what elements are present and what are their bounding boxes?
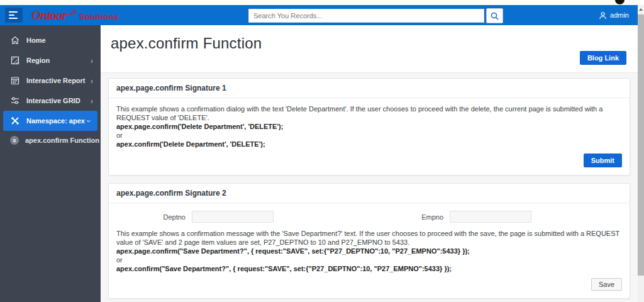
shuttlecock-icon <box>68 7 77 18</box>
chevron-right-icon: › <box>91 56 93 65</box>
signature2-panel: apex.page.confirm Signature 2 Deptno Emp… <box>108 183 630 299</box>
page-title: apex.confirm Function <box>111 35 262 52</box>
browser-top-strip <box>0 0 644 5</box>
empno-label: Empno <box>369 213 443 221</box>
submit-button[interactable]: Submit <box>584 154 622 167</box>
deptno-label: Deptno <box>116 213 186 221</box>
app-header: Ontoor Solutions admin <box>0 5 638 25</box>
sidebar-item-apex-confirm-function[interactable]: 0 apex.confirm Function <box>0 131 101 150</box>
signature2-description: This example shows a confirmation messag… <box>116 229 622 247</box>
sidebar-item-label: Home <box>26 36 101 44</box>
chevron-down-icon: › <box>84 120 93 122</box>
home-icon <box>10 35 20 45</box>
report-icon <box>10 76 20 86</box>
main-region: apex.confirm Function Blog Link apex.pag… <box>101 25 638 302</box>
signature1-code-1: apex.page.confirm('Delete Department', '… <box>116 122 622 131</box>
sidebar-item-interactive-report[interactable]: Interactive Report › <box>0 70 101 91</box>
blog-link-button[interactable]: Blog Link <box>580 51 626 65</box>
signature2-panel-title: apex.page.confirm Signature 2 <box>109 184 630 203</box>
sliders-icon <box>10 96 20 106</box>
logo-primary-text: Ontoor <box>31 8 67 23</box>
deptno-field-group: Deptno <box>116 211 369 223</box>
deptno-input[interactable] <box>192 211 274 223</box>
search-input[interactable] <box>248 9 484 23</box>
vertical-scrollbar[interactable] <box>638 5 644 302</box>
logo-secondary-text: Solutions <box>79 12 119 21</box>
tools-icon <box>10 116 20 126</box>
user-icon <box>599 11 607 20</box>
app-logo: Ontoor Solutions <box>31 8 119 23</box>
sidebar-item-label: Interactive GRID <box>26 97 101 104</box>
signature2-code-1: apex.page.confirm("Save Department?", { … <box>116 247 622 255</box>
chevron-right-icon: › <box>91 76 93 86</box>
sidebar-item-namespace-apex[interactable]: Namespace: apex › <box>3 111 97 131</box>
empno-field-group: Empno <box>369 211 622 223</box>
page-title-bar: apex.confirm Function Blog Link <box>101 25 638 73</box>
sidebar-item-label: Interactive Report <box>26 77 101 84</box>
nav-toggle-button[interactable] <box>5 8 23 23</box>
app-window: Ontoor Solutions admin Home Region › <box>0 0 644 302</box>
sidebar-item-home[interactable]: Home <box>0 30 101 50</box>
chevron-right-icon: › <box>91 96 93 106</box>
signature2-or-label: or <box>116 255 622 264</box>
sidebar-item-region[interactable]: Region › <box>0 50 101 70</box>
global-search <box>248 8 503 23</box>
region-icon <box>10 55 20 65</box>
bullet-badge-icon: 0 <box>10 136 19 145</box>
hamburger-icon <box>9 11 18 13</box>
page-content: apex.page.confirm Signature 1 This examp… <box>101 73 638 299</box>
signature1-code-2: apex.confirm('Delete Department', 'DELET… <box>116 140 622 148</box>
search-button[interactable] <box>486 8 503 23</box>
signature1-description: This example shows a confirmation dialog… <box>116 104 622 122</box>
save-button[interactable]: Save <box>591 278 622 291</box>
signature2-code-2: apex.confirm("Save Department?", { reque… <box>116 264 622 273</box>
signature1-panel-title: apex.page.confirm Signature 1 <box>109 79 630 98</box>
signature1-or-label: or <box>116 131 622 140</box>
user-label: admin <box>610 11 629 19</box>
user-menu[interactable]: admin <box>599 5 629 25</box>
sidebar-item-label: apex.confirm Function <box>25 137 101 144</box>
search-icon <box>491 12 499 20</box>
signature1-panel: apex.page.confirm Signature 1 This examp… <box>108 78 630 176</box>
sidebar-item-label: Region <box>26 57 101 64</box>
scrollbar-thumb[interactable] <box>638 14 644 276</box>
sidebar-nav: Home Region › Interactive Report › Inter… <box>0 25 101 302</box>
scroll-up-arrow-icon[interactable] <box>638 5 644 13</box>
browser-dot-icon <box>615 0 625 4</box>
sidebar-item-interactive-grid[interactable]: Interactive GRID › <box>0 91 101 111</box>
empno-input[interactable] <box>450 211 531 223</box>
